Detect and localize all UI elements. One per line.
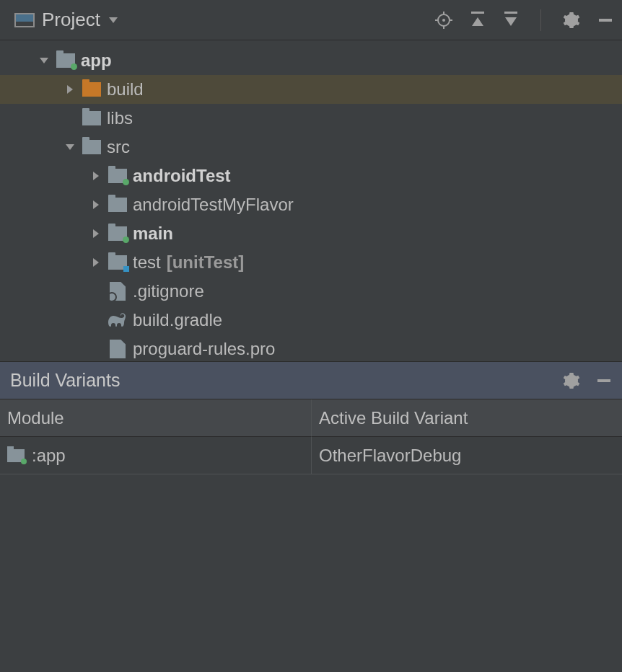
svg-rect-6 (471, 12, 484, 14)
tree-label: .gitignore (133, 281, 204, 301)
tree-node-androidtest[interactable]: androidTest (0, 162, 622, 190)
chevron-right-icon[interactable] (85, 170, 107, 182)
svg-rect-9 (597, 379, 610, 382)
svg-rect-8 (599, 19, 612, 22)
tree-node-app[interactable]: app (0, 46, 622, 75)
chevron-right-icon[interactable] (85, 228, 107, 239)
minimize-icon[interactable] (596, 373, 612, 389)
chevron-right-icon[interactable] (85, 257, 107, 268)
chevron-down-icon[interactable] (59, 143, 81, 151)
view-title[interactable]: Project (42, 9, 100, 31)
svg-rect-7 (504, 12, 517, 14)
tree-label: libs (107, 108, 133, 128)
module-folder-icon (7, 449, 25, 462)
tree-label: src (107, 137, 130, 157)
collapse-all-icon[interactable] (503, 12, 519, 29)
tree-label: build.gradle (133, 310, 222, 330)
variant-name: OtherFlavorDebug (319, 446, 461, 466)
tree-node-main[interactable]: main (0, 219, 622, 248)
tree-node-src[interactable]: src (0, 133, 622, 162)
file-icon (107, 282, 128, 301)
folder-icon (81, 109, 102, 128)
build-variants-title: Build Variants (10, 370, 120, 391)
minimize-icon[interactable] (597, 12, 613, 28)
module-folder-icon (55, 51, 76, 70)
tree-label: proguard-rules.pro (133, 339, 275, 359)
build-variants-table: Module Active Build Variant :app OtherFl… (0, 399, 622, 474)
chevron-down-icon[interactable] (33, 56, 55, 65)
gradle-icon (107, 311, 128, 330)
module-folder-icon (107, 224, 128, 243)
chevron-right-icon[interactable] (59, 84, 81, 95)
chevron-right-icon[interactable] (85, 199, 107, 211)
tree-label-extra: [unitTest] (167, 252, 245, 273)
gear-icon[interactable] (563, 372, 580, 389)
tree-node-proguard[interactable]: proguard-rules.pro (0, 335, 622, 361)
tree-node-libs[interactable]: libs (0, 104, 622, 133)
column-header-module[interactable]: Module (0, 399, 312, 437)
folder-icon (81, 80, 102, 99)
expand-all-icon[interactable] (470, 12, 486, 29)
folder-icon (81, 138, 102, 156)
tree-node-androidtestmyflavor[interactable]: androidTestMyFlavor (0, 190, 622, 219)
module-name: :app (32, 446, 66, 466)
file-icon (107, 340, 128, 358)
column-header-variant[interactable]: Active Build Variant (312, 399, 622, 437)
folder-icon (107, 195, 128, 214)
tree-label: test (133, 252, 161, 273)
toolbar-divider (540, 9, 541, 31)
tree-label: androidTest (133, 166, 231, 186)
module-cell[interactable]: :app (0, 437, 312, 474)
project-view-icon (14, 13, 35, 27)
table-header-row: Module Active Build Variant (0, 399, 622, 437)
module-folder-icon (107, 167, 128, 185)
tree-label: build (107, 79, 144, 100)
table-row[interactable]: :app OtherFlavorDebug (0, 437, 622, 474)
locate-icon[interactable] (435, 12, 452, 29)
tree-label: main (133, 224, 173, 244)
project-tree[interactable]: app build libs src androidTest androidTe… (0, 40, 622, 361)
svg-point-1 (442, 19, 445, 22)
tree-label: androidTestMyFlavor (133, 195, 294, 215)
test-folder-icon (107, 253, 128, 272)
empty-area (0, 474, 622, 672)
tree-node-test[interactable]: test [unitTest] (0, 248, 622, 277)
gear-icon[interactable] (563, 12, 580, 29)
variant-cell[interactable]: OtherFlavorDebug (312, 437, 622, 474)
tree-node-gitignore[interactable]: .gitignore (0, 277, 622, 306)
tree-node-buildgradle[interactable]: build.gradle (0, 306, 622, 335)
tree-label: app (81, 50, 112, 71)
build-variants-header: Build Variants (0, 361, 622, 399)
dropdown-icon[interactable] (108, 16, 119, 25)
project-toolbar: Project (0, 0, 622, 40)
tree-node-build[interactable]: build (0, 75, 622, 104)
